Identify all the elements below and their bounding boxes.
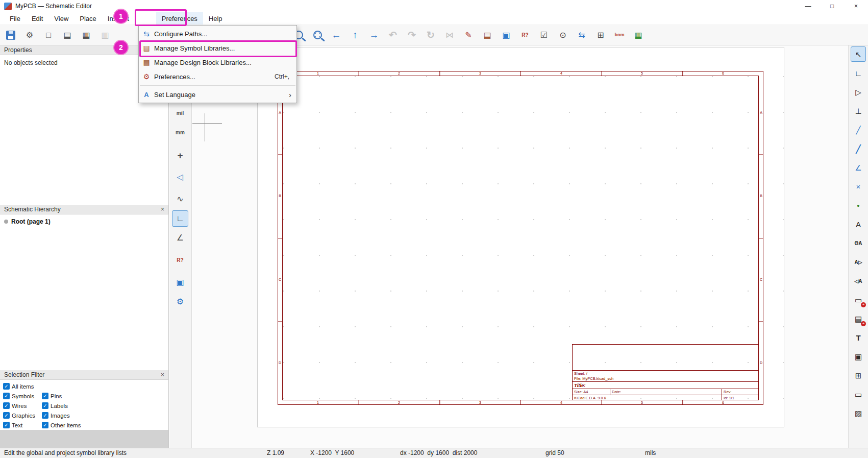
menu-edit[interactable]: Edit bbox=[26, 12, 48, 25]
table-icon: ⊞ bbox=[597, 31, 604, 39]
hidden-pins-button[interactable]: ◁ bbox=[172, 169, 188, 185]
schematic-setup-button[interactable]: ⚙ bbox=[22, 28, 37, 43]
mirror-button[interactable]: ⋈ bbox=[442, 28, 457, 43]
checkbox-checked-icon[interactable] bbox=[42, 412, 48, 419]
nav-back-button[interactable]: ← bbox=[329, 28, 344, 43]
junction-tool[interactable]: • bbox=[851, 198, 866, 213]
filter-all-items[interactable]: All items bbox=[3, 381, 42, 391]
checkbox-checked-icon[interactable] bbox=[3, 412, 10, 419]
hierarchical-label-tool[interactable]: ◁A bbox=[851, 273, 866, 288]
checkbox-checked-icon[interactable] bbox=[3, 422, 10, 428]
simulator-button[interactable]: ⊙ bbox=[555, 28, 571, 43]
textbox-tool[interactable]: ▣ bbox=[851, 349, 866, 364]
checkbox-checked-icon[interactable] bbox=[42, 402, 48, 409]
plot-button[interactable]: ▦ bbox=[79, 28, 94, 43]
checkbox-checked-icon[interactable] bbox=[3, 393, 10, 399]
title-bar: MyPCB — Schematic Editor — □ × bbox=[0, 0, 868, 13]
close-button[interactable]: × bbox=[844, 0, 868, 12]
redo-button[interactable]: ↷ bbox=[404, 28, 419, 43]
maximize-button[interactable]: □ bbox=[820, 0, 844, 12]
nav-forward-button[interactable]: → bbox=[366, 28, 382, 43]
bom-button[interactable]: bom bbox=[612, 28, 627, 43]
menu-help[interactable]: Help bbox=[203, 12, 228, 25]
filter-labels[interactable]: Labels bbox=[42, 401, 168, 411]
draw-wire-tool[interactable]: ╱ bbox=[851, 122, 866, 137]
highlight-net-tool[interactable]: ∟ bbox=[851, 65, 866, 81]
status-grid: grid 50 bbox=[545, 449, 564, 456]
menu-file[interactable]: File bbox=[4, 12, 26, 25]
menu-item-configure-paths[interactable]: ⇆ Configure Paths... bbox=[139, 27, 296, 41]
global-label-tool[interactable]: A▷ bbox=[851, 254, 866, 270]
checkbox-checked-icon[interactable] bbox=[42, 422, 48, 428]
paste-button[interactable]: ▥ bbox=[97, 28, 113, 43]
zoom-to-selection-button[interactable] bbox=[310, 28, 325, 43]
mm-units-button[interactable]: mm bbox=[172, 125, 188, 141]
filter-other-items[interactable]: Other items bbox=[42, 420, 168, 430]
selection-filter-close-icon[interactable]: × bbox=[161, 371, 164, 378]
assign-footprints-button[interactable]: ⇆ bbox=[574, 28, 589, 43]
menu-place[interactable]: Place bbox=[74, 12, 102, 25]
image-tool[interactable]: ▨ bbox=[851, 405, 866, 421]
hierarchy-root-item[interactable]: Root (page 1) bbox=[0, 214, 168, 229]
draw-bus-tool[interactable]: ╱ bbox=[851, 141, 866, 156]
schematic-canvas[interactable]: 1 2 3 4 5 6 1 2 3 4 5 6 A B C D A B C D … bbox=[192, 45, 848, 448]
print-button[interactable]: ▤ bbox=[60, 28, 75, 43]
menu-view[interactable]: View bbox=[48, 12, 74, 25]
net-label-tool[interactable]: A bbox=[851, 216, 866, 232]
place-power-tool[interactable]: ⊥ bbox=[851, 103, 866, 118]
sim-operating-points-button[interactable]: ∿ bbox=[172, 191, 188, 207]
minimize-button[interactable]: — bbox=[796, 0, 820, 12]
table-tool[interactable]: ⊞ bbox=[851, 368, 866, 383]
frame-margin-left bbox=[278, 71, 282, 405]
library-book-icon: ▤ bbox=[483, 31, 491, 39]
mil-units-button[interactable]: mil bbox=[172, 105, 188, 122]
save-button[interactable] bbox=[3, 28, 18, 43]
free-angle-wires-button[interactable]: ∠ bbox=[172, 230, 188, 246]
select-tool[interactable]: ↖ bbox=[851, 46, 866, 62]
filter-wires[interactable]: Wires bbox=[3, 401, 42, 411]
filter-pins[interactable]: Pins bbox=[42, 391, 168, 401]
checkbox-checked-icon[interactable] bbox=[3, 383, 10, 390]
filter-symbols[interactable]: Symbols bbox=[3, 391, 42, 401]
status-bar: Edit the global and project symbol libra… bbox=[0, 448, 868, 458]
rotate-icon: ↻ bbox=[427, 30, 435, 40]
hierarchy-panel-title: Schematic Hierarchy bbox=[4, 206, 61, 213]
save-icon bbox=[6, 31, 15, 40]
menu-item-set-language[interactable]: A Set Language › bbox=[139, 87, 296, 102]
symbol-editor-button[interactable]: ✎ bbox=[461, 28, 476, 43]
nav-up-button[interactable]: ↑ bbox=[348, 28, 363, 43]
net-class-directive-tool[interactable]: ΘA bbox=[851, 235, 866, 251]
erc-button[interactable]: ☑ bbox=[536, 28, 552, 43]
rotate-button[interactable]: ↻ bbox=[423, 28, 438, 43]
filter-text[interactable]: Text bbox=[3, 420, 42, 430]
page-settings-button[interactable]: □ bbox=[41, 28, 56, 43]
rectangle-tool[interactable]: ▭ bbox=[851, 387, 866, 402]
crosshair-style-button[interactable]: + bbox=[172, 147, 188, 163]
symbol-fields-table-button[interactable]: ⊞ bbox=[593, 28, 608, 43]
undo-button[interactable]: ↶ bbox=[385, 28, 401, 43]
hv-wires-button[interactable]: ∟ bbox=[172, 210, 188, 227]
hierarchical-sheet-tool[interactable]: ▭ bbox=[851, 292, 866, 307]
filter-images[interactable]: Images bbox=[42, 411, 168, 420]
filter-graphics[interactable]: Graphics bbox=[3, 411, 42, 420]
annotate-button[interactable]: R? bbox=[517, 28, 533, 43]
checkbox-checked-icon[interactable] bbox=[42, 393, 48, 399]
hierarchy-navigator-button[interactable]: ▣ bbox=[172, 274, 188, 291]
cursor-crosshair-vertical bbox=[205, 113, 205, 141]
no-connect-tool[interactable]: × bbox=[851, 179, 866, 194]
menu-item-manage-design-block-libraries[interactable]: ▤ Manage Design Block Libraries... bbox=[139, 55, 296, 69]
title-block-page-id: Id: 1/1 bbox=[722, 395, 758, 400]
checkbox-checked-icon[interactable] bbox=[3, 402, 10, 409]
symbol-browser-button[interactable]: ▤ bbox=[480, 28, 495, 43]
hierarchy-browser-button[interactable]: ▣ bbox=[499, 28, 514, 43]
wire-bus-entry-tool[interactable]: ∠ bbox=[851, 160, 866, 175]
text-tool[interactable]: T bbox=[851, 330, 866, 345]
sheet-pin-tool[interactable]: ▤ bbox=[851, 311, 866, 326]
open-pcb-editor-button[interactable]: ▦ bbox=[631, 28, 646, 43]
hierarchy-close-icon[interactable]: × bbox=[161, 206, 164, 213]
place-symbol-tool[interactable]: ▷ bbox=[851, 84, 866, 100]
frame-column-label: 5 bbox=[641, 400, 643, 405]
properties-manager-button[interactable]: ⚙ bbox=[172, 294, 188, 310]
menu-item-preferences[interactable]: ⚙ Preferences... Ctrl+, bbox=[139, 69, 296, 84]
hidden-fields-button[interactable]: R? bbox=[172, 252, 188, 269]
